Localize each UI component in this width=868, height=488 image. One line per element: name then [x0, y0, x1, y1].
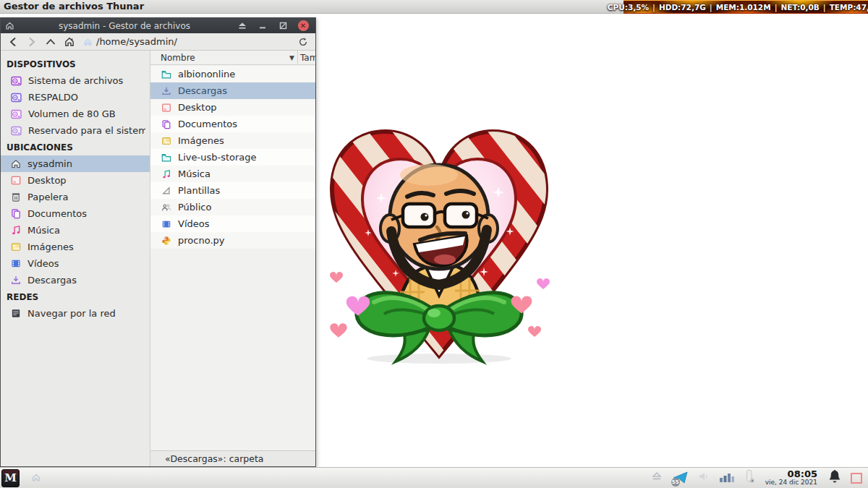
desktop-icon [161, 103, 172, 113]
music-icon [161, 169, 172, 179]
sidebar-item-filesystem[interactable]: Sistema de archivos [1, 72, 150, 89]
sidebar-item-label: Papelera [27, 192, 68, 202]
thunar-window: sysadmin - Gestor de archivos ✕ [0, 17, 316, 467]
section-network: REDES [1, 288, 150, 305]
telegram-tray-icon[interactable]: 55 [673, 471, 689, 485]
images-icon [10, 241, 22, 252]
file-row[interactable]: albiononline [150, 66, 315, 82]
home-icon [31, 473, 41, 482]
shade-button[interactable] [234, 20, 250, 32]
taskbar-window-button[interactable] [31, 471, 41, 485]
sidebar-item-browse-network[interactable]: Navegar por la red [1, 305, 150, 322]
trash-icon [10, 192, 22, 202]
up-button[interactable] [43, 35, 59, 49]
file-row[interactable]: Público [150, 199, 315, 215]
screenshot-tool-icon[interactable] [851, 473, 862, 484]
sidebar-item-label: RESPALDO [28, 92, 78, 103]
sidebar-item-pictures[interactable]: Imágenes [1, 239, 150, 255]
sidebar-item-label: Imágenes [27, 241, 74, 252]
sort-descending-icon: ▼ [289, 54, 297, 61]
videos-icon [161, 219, 172, 229]
desktop-icon [10, 175, 22, 186]
stat-separator: | [823, 3, 826, 12]
path-bar[interactable]: /home/sysadmin/ [80, 35, 292, 49]
clock-time: 08:05 [765, 469, 817, 479]
sidebar-item-label: Música [27, 225, 60, 236]
eject-tray-icon[interactable] [650, 471, 663, 485]
sidebar-item-documents[interactable]: Documentos [1, 205, 150, 222]
sidebar-item-reserved-system[interactable]: Reservado para el sistema [1, 122, 150, 139]
section-places: UBICACIONES [1, 139, 150, 155]
videos-icon [10, 258, 22, 269]
titlebar[interactable]: sysadmin - Gestor de archivos ✕ [1, 18, 315, 33]
system-tray: 55 08:05 vie, 24 dic 2021 [650, 469, 862, 487]
sidebar-item-label: Vídeos [27, 258, 59, 269]
public-icon [161, 202, 172, 213]
window-list [31, 471, 41, 485]
status-text: «Descargas»: carpeta [165, 453, 264, 464]
window-home-icon [5, 21, 14, 30]
file-list: albiononline Descargas Desktop Documento… [150, 65, 315, 450]
sidebar-item-label: Volumen de 80 GB [28, 108, 116, 119]
file-row[interactable]: Imágenes [150, 132, 315, 149]
app-menu-button[interactable]: M [1, 469, 20, 487]
sidebar-item-home[interactable]: sysadmin [1, 155, 150, 172]
maximize-button[interactable] [275, 20, 291, 32]
file-row[interactable]: Documentos [150, 116, 315, 132]
file-row[interactable]: Música [150, 166, 315, 182]
stat-separator: | [710, 3, 712, 12]
file-row[interactable]: Desktop [150, 99, 315, 116]
sensor-tray-icon[interactable] [744, 469, 754, 487]
drive-icon [10, 108, 22, 120]
file-row[interactable]: Vídeos [150, 215, 315, 232]
path-home-icon [83, 38, 93, 46]
back-button[interactable] [5, 35, 21, 49]
clock-widget[interactable]: 08:05 vie, 24 dic 2021 [765, 469, 817, 486]
sidebar-item-volume-80gb[interactable]: Volumen de 80 GB [1, 106, 150, 122]
music-icon [10, 225, 22, 236]
documents-icon [10, 208, 22, 219]
minimize-button[interactable] [255, 20, 271, 32]
menu-label: M [4, 471, 17, 484]
mem-stat: MEM:1.012M [716, 3, 771, 12]
drive-icon [10, 125, 22, 137]
clock-date: vie, 24 dic 2021 [765, 479, 817, 486]
column-headers: Nombre ▼ Tam [150, 51, 315, 65]
file-row[interactable]: Live-usb-storage [150, 149, 315, 166]
file-row[interactable]: procno.py [150, 232, 315, 249]
close-button[interactable]: ✕ [295, 20, 311, 32]
sidebar-item-respaldo[interactable]: RESPALDO [1, 89, 150, 106]
volume-tray-icon[interactable] [698, 471, 710, 485]
home-button[interactable] [61, 35, 77, 49]
sidebar-item-downloads[interactable]: Descargas [1, 272, 150, 288]
home-icon [10, 158, 22, 169]
reload-button[interactable] [295, 35, 311, 49]
temp-stat: TEMP:47,0°C [830, 3, 868, 12]
sidebar-item-label: sysadmin [27, 158, 72, 169]
python-file-icon [161, 236, 172, 246]
cpu-stat: CPU:3,5% [608, 3, 649, 12]
sidebar-item-label: Documentos [27, 208, 87, 219]
section-devices: DISPOSITIVOS [1, 56, 150, 72]
drive-icon [10, 92, 22, 103]
column-size[interactable]: Tam [298, 53, 315, 63]
notifications-bell-icon[interactable] [828, 469, 841, 487]
sidebar-item-videos[interactable]: Vídeos [1, 255, 150, 272]
sidebar-item-desktop[interactable]: Desktop [1, 172, 150, 189]
forward-button[interactable] [24, 35, 40, 49]
signal-bars-tray-icon[interactable] [719, 470, 735, 486]
top-panel: Gestor de archivos Thunar CPU:3,5% | HDD… [0, 0, 868, 14]
sidebar-item-label: Reservado para el sistema [28, 125, 145, 136]
system-monitor-widget[interactable]: CPU:3,5% | HDD:72,7G | MEM:1.012M | NET:… [624, 0, 868, 14]
downloads-icon [161, 86, 172, 96]
sidebar-item-label: Desktop [27, 175, 67, 186]
window-title: sysadmin - Gestor de archivos [19, 21, 230, 31]
column-name[interactable]: Nombre ▼ [150, 51, 298, 64]
file-row[interactable]: Plantillas [150, 182, 315, 199]
status-bar: «Descargas»: carpeta [150, 450, 315, 466]
sidebar-item-music[interactable]: Música [1, 222, 150, 239]
folder-icon [161, 153, 172, 163]
sidebar-item-trash[interactable]: Papelera [1, 189, 150, 205]
path-text: /home/sysadmin/ [96, 36, 177, 47]
file-row-selected[interactable]: Descargas [150, 82, 315, 99]
